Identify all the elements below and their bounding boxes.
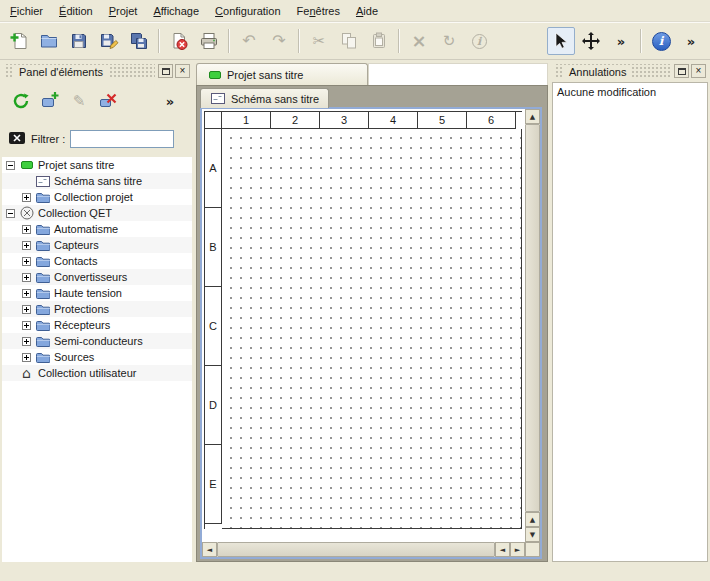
vertical-scrollbar[interactable]: ▲ ▲ ▼ [525,109,540,542]
about-button[interactable]: i [647,27,675,55]
tree-item-capteurs[interactable]: Capteurs [2,237,192,253]
folder-icon [35,239,50,251]
tree-item-collection-projet[interactable]: Collection projet [2,189,192,205]
tree-item-haute-tension[interactable]: Haute tension [2,285,192,301]
open-file-button[interactable] [35,27,63,55]
move-mode-button[interactable] [577,27,605,55]
collapse-toggle-icon[interactable] [6,161,15,170]
tree-item-contacts[interactable]: Contacts [2,253,192,269]
save-button[interactable] [65,27,93,55]
scroll-right-button[interactable]: ► [510,542,525,557]
horizontal-scroll-thumb[interactable] [217,542,495,557]
paste-icon [369,31,389,51]
float-undo-panel-button[interactable] [674,64,689,78]
tree-item-protections[interactable]: Protections [2,301,192,317]
elements-panel-title-bar[interactable]: Panel d'éléments × [4,64,190,79]
scroll-left-button-2[interactable]: ◄ [495,542,510,557]
menu-fichier[interactable]: Fichier [2,2,51,20]
expand-toggle-icon[interactable] [22,353,31,362]
horizontal-scrollbar[interactable]: ◄ ◄ ► [202,542,525,557]
scroll-up-button-2[interactable]: ▲ [525,512,540,527]
collapse-toggle-icon[interactable] [6,209,15,218]
expand-toggle-icon[interactable] [22,305,31,314]
diagram-canvas[interactable] [222,129,522,529]
tree-item-convertisseurs[interactable]: Convertisseurs [2,269,192,285]
close-file-button[interactable] [165,27,193,55]
delete-icon: × [411,32,426,50]
expand-toggle-icon[interactable] [22,225,31,234]
scroll-down-button[interactable]: ▼ [525,527,540,542]
arrow-up-icon: ▲ [530,516,535,524]
close-panel-button[interactable]: × [175,64,190,78]
tree-item-projet-sans-titre[interactable]: Projet sans titre [2,157,192,173]
arrow-right-icon: ► [515,546,520,554]
tab-project[interactable]: Projet sans titre [196,63,368,85]
copy-button [335,27,363,55]
scroll-up-button[interactable]: ▲ [525,109,540,124]
overflow-chevron-button[interactable]: » [607,27,635,55]
overflow-chevron-button[interactable]: » [677,27,705,55]
delete-element-button[interactable] [95,88,121,114]
save-icon [69,31,89,51]
menu-configuration[interactable]: Configuration [207,2,288,20]
schema-view-frame: 123456 ABCDE ▲ ▲ ▼ [200,107,542,559]
menu-edition[interactable]: Édition [51,2,101,20]
undo-list-item[interactable]: Aucune modification [557,86,703,98]
undo-panel-title-bar[interactable]: Annulations × [554,64,706,79]
save-all-button[interactable] [125,27,153,55]
tree-item-label: Collection projet [54,191,133,203]
schema-tab-label: Schéma sans titre [231,93,319,105]
print-button[interactable] [195,27,223,55]
select-pointer-button[interactable] [547,27,575,55]
expand-toggle-icon[interactable] [22,321,31,330]
close-undo-panel-button[interactable]: × [691,64,706,78]
menu-projet[interactable]: Projet [101,2,146,20]
expand-toggle-icon[interactable] [22,289,31,298]
expand-toggle-icon[interactable] [22,241,31,250]
expand-toggle-icon[interactable] [22,193,31,202]
undo-button: ↶ [235,27,263,55]
clear-filter-button[interactable] [8,130,26,148]
tab-schema[interactable]: Schéma sans titre [200,88,329,108]
home-icon: ⌂ [19,366,34,380]
expand-toggle-icon[interactable] [22,257,31,266]
overflow-chevron-icon: » [166,95,174,108]
new-element-button[interactable] [37,88,63,114]
delete-element-icon [98,91,118,111]
save-as-icon [99,31,119,51]
toolbar-separator [158,29,160,53]
menu-affichage[interactable]: Affichage [145,2,207,20]
tree-item-sources[interactable]: Sources [2,349,192,365]
paste-button [365,27,393,55]
filter-row: Filtrer : [2,117,192,149]
tree-item-recepteurs[interactable]: Récepteurs [2,317,192,333]
tree-item-collection-qet[interactable]: Collection QET [2,205,192,221]
column-header: 123456 [222,112,516,129]
elements-panel-title: Panel d'éléments [14,66,108,78]
print-icon [199,31,219,51]
tree-item-semi-conducteurs[interactable]: Semi-conducteurs [2,333,192,349]
float-panel-button[interactable] [158,64,173,78]
new-file-button[interactable] [5,27,33,55]
menu-bar: FichierÉditionProjetAffichageConfigurati… [0,0,710,22]
tree-item-label: Protections [54,303,109,315]
undo-history-list[interactable]: Aucune modification [552,82,708,562]
filter-input[interactable] [70,130,174,148]
vertical-scroll-thumb[interactable] [525,124,540,512]
overflow-chevron-button[interactable]: » [157,88,183,114]
menu-aide[interactable]: Aide [348,2,386,20]
tree-item-automatisme[interactable]: Automatisme [2,221,192,237]
project-tab-label: Projet sans titre [227,69,303,81]
expand-toggle-icon[interactable] [22,273,31,282]
menu-fenetres[interactable]: Fenêtres [289,2,348,20]
tree-item-collection-utilisateur[interactable]: ⌂Collection utilisateur [2,365,192,381]
tree-item-label: Contacts [54,255,97,267]
reload-button[interactable] [8,88,34,114]
expand-toggle-icon[interactable] [22,337,31,346]
tree-item-schema-sans-titre[interactable]: Schéma sans titre [2,173,192,189]
save-as-button[interactable] [95,27,123,55]
undo-panel-dock: Annulations × Aucune modification [552,62,708,562]
tree-item-label: Sources [54,351,94,363]
copy-icon [339,31,359,51]
scroll-left-button[interactable]: ◄ [202,542,217,557]
